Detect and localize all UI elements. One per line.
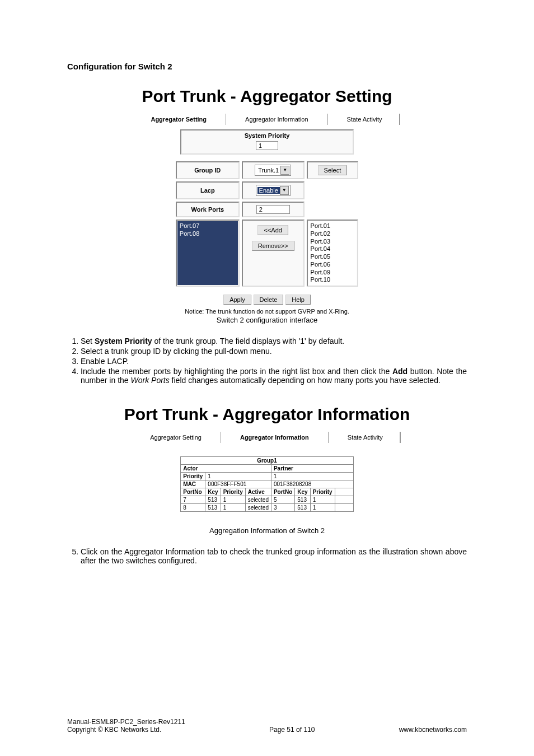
work-ports-input[interactable]: 2 bbox=[256, 205, 290, 214]
tab-aggregator-setting[interactable]: Aggregator Setting bbox=[133, 432, 218, 443]
partner-priority: 1 bbox=[271, 473, 353, 480]
tab-aggregator-information[interactable]: Aggregator Information bbox=[228, 114, 325, 125]
step-4: Include the member ports by highlighting… bbox=[81, 367, 467, 385]
aggregator-setting-title: Port Trunk - Aggregator Setting bbox=[67, 87, 467, 106]
tab-separator bbox=[226, 114, 226, 125]
priority-label: Priority bbox=[310, 488, 335, 496]
list-item[interactable]: Port.09 bbox=[311, 269, 344, 277]
available-ports-listbox[interactable]: Port.01 Port.02 Port.03 Port.04 Port.05 … bbox=[308, 221, 357, 285]
list-item[interactable]: Port.10 bbox=[311, 276, 344, 284]
chevron-down-icon: ▼ bbox=[280, 166, 289, 175]
group-id-label: Group ID bbox=[176, 161, 240, 179]
list-item[interactable]: Port.07 bbox=[180, 222, 224, 230]
steps-list-b: Click on the Aggregator Information tab … bbox=[67, 547, 467, 565]
partner-mac: 001F38208208 bbox=[271, 480, 353, 488]
tab-aggregator-information[interactable]: Aggregator Information bbox=[223, 432, 326, 443]
aggregator-info-table: Group1 Actor Partner Priority 1 1 MAC 00… bbox=[180, 456, 353, 512]
tab-state-activity[interactable]: State Activity bbox=[330, 114, 399, 125]
list-item[interactable]: Port.02 bbox=[311, 230, 344, 238]
mac-label: MAC bbox=[181, 480, 205, 488]
step-2: Select a trunk group ID by clicking the … bbox=[81, 347, 467, 356]
step-1: Set System Priority of the trunk group. … bbox=[81, 337, 467, 346]
lacp-label: Lacp bbox=[176, 181, 240, 199]
group-header: Group1 bbox=[181, 457, 353, 465]
tab-state-activity[interactable]: State Activity bbox=[331, 432, 400, 443]
tabs-row-setting: Aggregator Setting Aggregator Informatio… bbox=[67, 114, 467, 125]
page-footer: Manual-ESML8P-PC2_Series-Rev1211 Copyrig… bbox=[67, 718, 467, 734]
tab-end bbox=[399, 114, 400, 125]
tab-end bbox=[400, 432, 401, 443]
key-label: Key bbox=[205, 488, 221, 496]
section-heading: Configuration for Switch 2 bbox=[67, 62, 467, 71]
portno-label: PortNo bbox=[271, 488, 294, 496]
footer-manual: Manual-ESML8P-PC2_Series-Rev1211 bbox=[67, 718, 185, 726]
chevron-down-icon: ▼ bbox=[280, 186, 289, 195]
group-id-select[interactable]: Trunk.1 ▼ bbox=[255, 165, 291, 176]
notice-text: Notice: The trunk function do not suppor… bbox=[67, 308, 467, 315]
table-row: 7 513 1 selected 5 513 1 bbox=[181, 496, 353, 504]
delete-button[interactable]: Delete bbox=[254, 295, 284, 305]
tabs-row-info: Aggregator Setting Aggregator Informatio… bbox=[67, 432, 467, 443]
priority-label: Priority bbox=[221, 488, 245, 496]
step-3: Enable LACP. bbox=[81, 357, 467, 366]
list-item[interactable]: Port.04 bbox=[311, 245, 344, 253]
system-priority-panel: System Priority 1 bbox=[180, 129, 354, 155]
setting-caption: Switch 2 configuration interface bbox=[67, 316, 467, 324]
tab-separator bbox=[328, 432, 329, 443]
list-item[interactable]: Port.01 bbox=[311, 222, 344, 230]
selected-ports-listbox[interactable]: Port.07 Port.08 bbox=[177, 221, 238, 285]
add-button[interactable]: <<Add bbox=[257, 225, 288, 235]
portno-label: PortNo bbox=[181, 488, 205, 496]
footer-url: www.kbcnetworks.com bbox=[399, 726, 467, 734]
actor-mac: 000F38FFF501 bbox=[205, 480, 271, 488]
step-5: Click on the Aggregator Information tab … bbox=[81, 547, 467, 565]
steps-list-a: Set System Priority of the trunk group. … bbox=[67, 337, 467, 385]
lacp-select[interactable]: Enable ▼ bbox=[256, 185, 291, 196]
list-item[interactable]: Port.05 bbox=[311, 253, 344, 261]
work-ports-label: Work Ports bbox=[176, 202, 240, 217]
config-table: Group ID Trunk.1 ▼ Select Lacp Enable ▼ bbox=[174, 159, 360, 289]
partner-header: Partner bbox=[271, 465, 353, 473]
actor-header: Actor bbox=[181, 465, 271, 473]
footer-copyright: Copyright © KBC Networks Ltd. bbox=[67, 726, 185, 734]
help-button[interactable]: Help bbox=[285, 295, 311, 305]
select-button[interactable]: Select bbox=[318, 165, 348, 175]
tab-separator bbox=[221, 432, 221, 443]
aggregator-info-title: Port Trunk - Aggregator Information bbox=[67, 405, 467, 424]
active-label: Active bbox=[245, 488, 271, 496]
table-row: 8 513 1 selected 3 513 1 bbox=[181, 504, 353, 512]
info-caption: Aggregation Information of Switch 2 bbox=[67, 526, 467, 535]
remove-button[interactable]: Remove>> bbox=[252, 241, 294, 251]
key-label: Key bbox=[295, 488, 310, 496]
list-item[interactable]: Port.06 bbox=[311, 261, 344, 269]
footer-page: Page 51 of 110 bbox=[185, 726, 399, 734]
list-item[interactable]: Port.03 bbox=[311, 238, 344, 246]
list-item[interactable]: Port.08 bbox=[180, 230, 224, 238]
tab-aggregator-setting[interactable]: Aggregator Setting bbox=[134, 114, 223, 125]
tab-separator bbox=[327, 114, 328, 125]
actor-priority: 1 bbox=[205, 473, 271, 480]
priority-label: Priority bbox=[181, 473, 205, 480]
system-priority-input[interactable]: 1 bbox=[256, 141, 278, 150]
system-priority-label: System Priority bbox=[182, 132, 352, 139]
apply-button[interactable]: Apply bbox=[223, 295, 251, 305]
